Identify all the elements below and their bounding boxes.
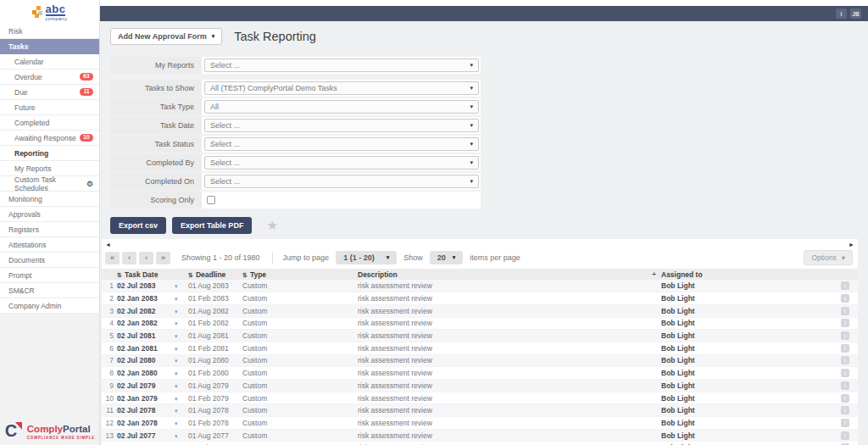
- chevron-down-icon[interactable]: ▾: [175, 420, 178, 426]
- sidebar-item-overdue[interactable]: Overdue63: [0, 70, 99, 85]
- table-row[interactable]: 402 Jan 2082▾01 Feb 2082Customrisk asses…: [102, 317, 858, 330]
- export-pdf-button[interactable]: Export Table PDF: [172, 217, 252, 234]
- chevron-down-icon[interactable]: ▾: [175, 283, 178, 289]
- table-row[interactable]: 602 Jan 2081▾01 Feb 2081Customrisk asses…: [102, 342, 858, 354]
- sidebar-item-my-reports[interactable]: My Reports: [0, 161, 99, 176]
- task-status-select[interactable]: Select ...▾: [204, 137, 479, 151]
- column-header-description[interactable]: Description+: [358, 269, 661, 280]
- row-info-icon[interactable]: i: [841, 394, 849, 403]
- sidebar-item-label: Registers: [8, 225, 39, 234]
- chevron-down-icon[interactable]: ▾: [175, 309, 178, 314]
- column-header-task-date[interactable]: ⇅Task Date: [117, 269, 175, 280]
- chevron-down-icon[interactable]: ▾: [175, 408, 178, 414]
- row-info-icon[interactable]: i: [841, 406, 849, 414]
- completed-by-select[interactable]: Select ...▾: [204, 156, 479, 170]
- table-row[interactable]: 202 Jan 2083▾01 Feb 2083Customrisk asses…: [102, 292, 858, 305]
- sidebar-item-custom-task-schedules[interactable]: Custom Task Schedules⚙: [0, 176, 99, 192]
- filter-field: Select ...▾: [202, 136, 481, 153]
- chevron-down-icon[interactable]: ▾: [175, 358, 178, 364]
- row-info-icon[interactable]: i: [841, 356, 849, 364]
- prev-page-button[interactable]: ‹: [122, 252, 136, 264]
- export-csv-button[interactable]: Export csv: [110, 217, 166, 234]
- row-info-icon[interactable]: i: [841, 294, 849, 303]
- row-number: 2: [102, 292, 117, 305]
- column-header-type[interactable]: ⇅Type: [242, 269, 358, 280]
- table-row[interactable]: 102 Jul 2083▾01 Aug 2083Customrisk asses…: [102, 280, 858, 292]
- chevron-down-icon[interactable]: ▾: [175, 370, 178, 376]
- column-header-deadline[interactable]: ⇅Deadline: [188, 269, 242, 280]
- tasks-to-show-select[interactable]: All (TEST) ComplyPortal Demo Tasks▾: [204, 81, 479, 95]
- sidebar-item-sm-cr[interactable]: SM&CR: [0, 283, 99, 298]
- table-row[interactable]: 1002 Jan 2079▾01 Feb 2079Customrisk asse…: [102, 392, 858, 404]
- table-row[interactable]: 1402 Jan 2077▾01 Feb 2077Customrisk asse…: [102, 442, 858, 445]
- completed-on-select[interactable]: Select ...▾: [204, 175, 479, 188]
- sidebar-item-registers[interactable]: Registers: [0, 222, 99, 237]
- sidebar-item-monitoring[interactable]: Monitoring: [0, 192, 99, 207]
- sidebar-item-approvals[interactable]: Approvals: [0, 207, 99, 222]
- task-date-select[interactable]: Select ...▾: [204, 119, 479, 132]
- filter-label: Completed By: [110, 154, 202, 171]
- scroll-right-icon[interactable]: ►: [849, 242, 854, 248]
- row-info-icon[interactable]: i: [841, 281, 849, 290]
- chevron-down-icon[interactable]: ▾: [175, 383, 178, 389]
- table-row[interactable]: 302 Jul 2082▾01 Aug 2082Customrisk asses…: [102, 304, 858, 317]
- row-info-icon[interactable]: i: [841, 307, 849, 315]
- sidebar-item-due[interactable]: Due11: [0, 85, 99, 100]
- chevron-down-icon[interactable]: ▾: [175, 333, 178, 339]
- sidebar-item-company-admin[interactable]: Company Admin: [0, 298, 99, 314]
- info-icon[interactable]: i: [836, 8, 847, 19]
- chevron-down-icon[interactable]: ▾: [175, 320, 178, 326]
- company-logo[interactable]: abc company: [0, 0, 99, 24]
- my-reports-select[interactable]: Select ...▾: [204, 58, 479, 72]
- add-new-approval-form-button[interactable]: Add New Approval Form ▾: [110, 28, 222, 45]
- chevron-down-icon[interactable]: ▾: [175, 346, 178, 352]
- row-info-icon[interactable]: i: [841, 319, 849, 327]
- row-info-icon[interactable]: i: [841, 381, 849, 390]
- chevron-down-icon[interactable]: ▾: [175, 396, 178, 402]
- row-info-icon[interactable]: i: [841, 419, 849, 427]
- favorite-star-icon[interactable]: ★: [266, 218, 277, 233]
- sidebar-item-calendar[interactable]: Calendar: [0, 54, 99, 70]
- table-row[interactable]: 902 Jul 2079▾01 Aug 2079Customrisk asses…: [102, 380, 858, 392]
- column-header-assigned-to[interactable]: Assigned to: [661, 269, 836, 280]
- row-info-icon[interactable]: i: [841, 369, 849, 377]
- sidebar-item-awaiting-response[interactable]: Awaiting Response10: [0, 131, 99, 146]
- sidebar-item-future[interactable]: Future: [0, 100, 99, 115]
- next-page-button[interactable]: ›: [139, 252, 153, 264]
- table-row[interactable]: 1302 Jul 2077▾01 Aug 2077Customrisk asse…: [102, 429, 858, 442]
- sidebar-item-documents[interactable]: Documents: [0, 253, 99, 268]
- row-info-icon[interactable]: i: [841, 344, 849, 353]
- last-page-button[interactable]: »: [156, 252, 170, 264]
- task-type-select[interactable]: All▾: [204, 100, 479, 114]
- jump-to-page-select[interactable]: 1 (1 - 20) ▾: [336, 251, 397, 264]
- chevron-down-icon[interactable]: ▾: [175, 433, 178, 439]
- user-avatar[interactable]: JB: [850, 8, 861, 19]
- sort-icon[interactable]: ⇅: [242, 272, 248, 278]
- sort-icon[interactable]: ⇅: [117, 272, 122, 278]
- task-date-cell: 02 Jul 2079: [117, 380, 175, 392]
- filter-label: Task Type: [110, 98, 202, 115]
- sidebar-item-risk[interactable]: Risk: [0, 24, 99, 39]
- sidebar-item-tasks[interactable]: Tasks: [0, 39, 99, 54]
- sidebar-item-prompt[interactable]: Prompt: [0, 268, 99, 283]
- sidebar-item-reporting[interactable]: Reporting: [0, 146, 99, 161]
- assigned-to-cell: Bob Light: [661, 442, 836, 445]
- scoring-only-checkbox[interactable]: [207, 196, 215, 204]
- options-button[interactable]: Options ▾: [804, 250, 853, 265]
- row-info-icon[interactable]: i: [841, 331, 849, 340]
- table-row[interactable]: 1102 Jul 2078▾01 Aug 2078Customrisk asse…: [102, 404, 858, 417]
- sort-icon[interactable]: ⇅: [188, 272, 193, 278]
- table-row[interactable]: 502 Jul 2081▾01 Aug 2081Customrisk asses…: [102, 330, 858, 342]
- table-row[interactable]: 1202 Jan 2078▾01 Feb 2078Customrisk asse…: [102, 417, 858, 430]
- sidebar-item-attestations[interactable]: Attestations: [0, 237, 99, 253]
- add-column-icon[interactable]: +: [652, 270, 656, 278]
- items-per-page-select[interactable]: 20 ▾: [430, 251, 464, 264]
- gear-icon[interactable]: ⚙: [86, 180, 93, 188]
- row-info-icon[interactable]: i: [841, 431, 849, 440]
- sidebar-item-completed[interactable]: Completed: [0, 115, 99, 131]
- chevron-down-icon[interactable]: ▾: [175, 296, 178, 302]
- table-row[interactable]: 802 Jan 2080▾01 Feb 2080Customrisk asses…: [102, 367, 858, 380]
- table-row[interactable]: 702 Jul 2080▾01 Aug 2080Customrisk asses…: [102, 354, 858, 367]
- scroll-left-icon[interactable]: ◄: [105, 242, 111, 248]
- first-page-button[interactable]: «: [105, 252, 120, 264]
